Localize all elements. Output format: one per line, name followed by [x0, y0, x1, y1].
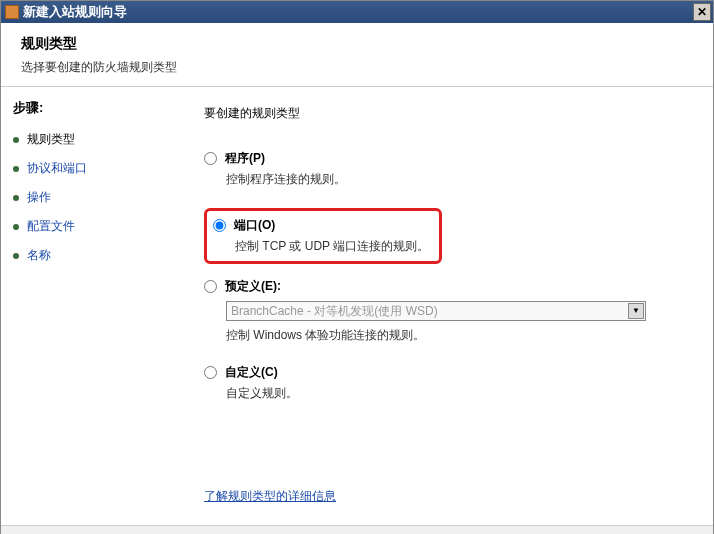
app-icon	[5, 5, 19, 19]
learn-more-link[interactable]: 了解规则类型的详细信息	[204, 488, 336, 505]
sidebar-item-protocol[interactable]: 协议和端口	[13, 160, 168, 177]
wizard-window: 新建入站规则向导 ✕ 规则类型 选择要创建的防火墙规则类型 步骤: 规则类型 协…	[0, 0, 714, 534]
option-desc: 控制 TCP 或 UDP 端口连接的规则。	[235, 238, 429, 255]
option-desc: 控制程序连接的规则。	[226, 171, 683, 188]
titlebar: 新建入站规则向导 ✕	[1, 1, 713, 23]
close-button[interactable]: ✕	[693, 3, 711, 21]
bullet-icon	[13, 253, 19, 259]
sidebar-item-ruletype[interactable]: 规则类型	[13, 131, 168, 148]
option-label: 程序(P)	[225, 150, 265, 167]
sidebar-item-name[interactable]: 名称	[13, 247, 168, 264]
option-predefined-row[interactable]: 预定义(E):	[204, 278, 683, 295]
body-area: 步骤: 规则类型 协议和端口 操作 配置文件 名称 要创	[1, 87, 713, 525]
option-label: 预定义(E):	[225, 278, 281, 295]
sidebar-item-label: 操作	[27, 189, 51, 206]
content-area: 要创建的规则类型 程序(P) 控制程序连接的规则。 端口(O) 控制 TCP 或…	[176, 87, 713, 525]
highlight-box: 端口(O) 控制 TCP 或 UDP 端口连接的规则。	[204, 208, 442, 264]
sidebar: 步骤: 规则类型 协议和端口 操作 配置文件 名称	[1, 87, 176, 525]
option-label: 端口(O)	[234, 217, 275, 234]
bullet-icon	[13, 224, 19, 230]
option-custom: 自定义(C) 自定义规则。	[204, 364, 683, 402]
option-label: 自定义(C)	[225, 364, 278, 381]
option-custom-row[interactable]: 自定义(C)	[204, 364, 683, 381]
radio-program[interactable]	[204, 152, 217, 165]
sidebar-item-profile[interactable]: 配置文件	[13, 218, 168, 235]
sidebar-item-label: 配置文件	[27, 218, 75, 235]
footer: < 上一步(B) 下一步(N) > 取消	[1, 525, 713, 534]
option-port: 端口(O) 控制 TCP 或 UDP 端口连接的规则。	[213, 217, 429, 255]
sidebar-item-label: 名称	[27, 247, 51, 264]
sidebar-item-action[interactable]: 操作	[13, 189, 168, 206]
predefined-dropdown-wrap: ▼	[204, 295, 646, 321]
radio-port[interactable]	[213, 219, 226, 232]
option-program: 程序(P) 控制程序连接的规则。	[204, 150, 683, 188]
radio-predefined[interactable]	[204, 280, 217, 293]
radio-custom[interactable]	[204, 366, 217, 379]
option-predefined: 预定义(E): ▼ 控制 Windows 体验功能连接的规则。	[204, 278, 683, 344]
sidebar-item-label: 规则类型	[27, 131, 75, 148]
window-title: 新建入站规则向导	[23, 3, 127, 21]
content-heading: 要创建的规则类型	[204, 105, 683, 122]
page-subtitle: 选择要创建的防火墙规则类型	[21, 59, 693, 76]
header-area: 规则类型 选择要创建的防火墙规则类型	[1, 23, 713, 87]
page-title: 规则类型	[21, 35, 693, 53]
option-desc: 控制 Windows 体验功能连接的规则。	[226, 327, 683, 344]
option-desc: 自定义规则。	[226, 385, 683, 402]
predefined-dropdown[interactable]	[226, 301, 646, 321]
sidebar-header: 步骤:	[13, 99, 168, 117]
bullet-icon	[13, 195, 19, 201]
sidebar-item-label: 协议和端口	[27, 160, 87, 177]
option-port-row[interactable]: 端口(O)	[213, 217, 429, 234]
option-program-row[interactable]: 程序(P)	[204, 150, 683, 167]
bullet-icon	[13, 166, 19, 172]
bullet-icon	[13, 137, 19, 143]
